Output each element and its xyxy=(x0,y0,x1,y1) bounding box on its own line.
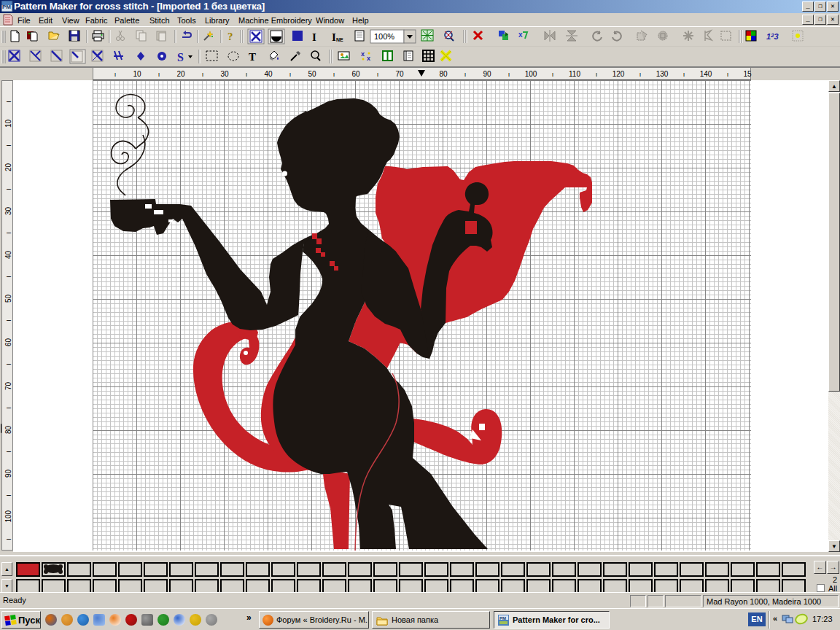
svg-text:PM: PM xyxy=(2,4,11,10)
svg-text:PM: PM xyxy=(499,616,506,621)
svg-text:S: S xyxy=(177,51,184,63)
svg-text:?: ? xyxy=(228,31,233,42)
svg-text:x: x xyxy=(367,55,370,62)
svg-text:x: x xyxy=(518,31,523,39)
svg-text:100%: 100% xyxy=(374,32,394,41)
svg-text:I: I xyxy=(312,31,316,43)
svg-text:123: 123 xyxy=(766,32,779,41)
svg-text:x: x xyxy=(361,50,365,58)
svg-text:T: T xyxy=(249,51,256,63)
svg-text:NE: NE xyxy=(336,37,343,42)
